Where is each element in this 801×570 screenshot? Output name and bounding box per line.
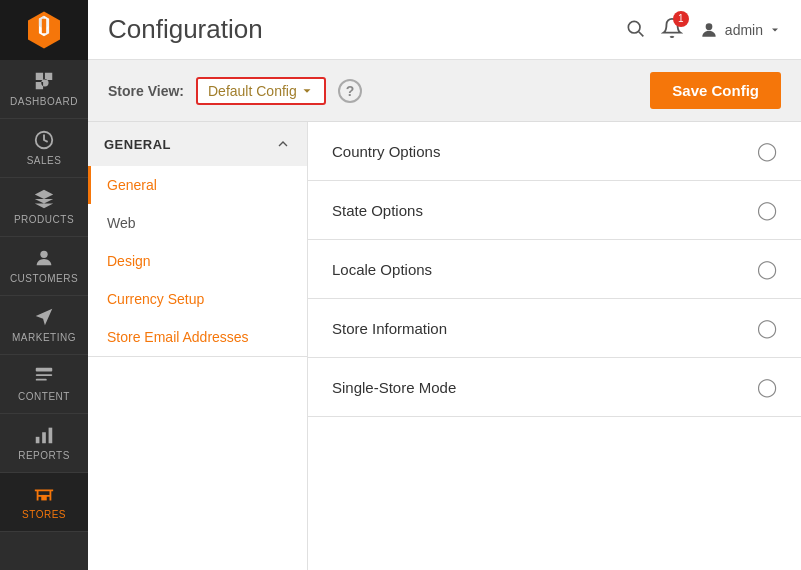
sidebar-item-sales-label: SALES	[27, 155, 62, 167]
chevron-down-icon-2: ◯	[757, 258, 777, 280]
svg-line-11	[639, 31, 644, 36]
sidebar-item-content[interactable]: CONTENT	[0, 355, 88, 414]
page-header: Configuration 1 admin	[88, 0, 801, 60]
sidebar-item-dashboard-label: DASHBOARD	[10, 96, 78, 108]
content-area: GENERAL General Web Design Currency Setu…	[88, 122, 801, 570]
chevron-down-icon-3: ◯	[757, 317, 777, 339]
chevron-down-icon-1: ◯	[757, 199, 777, 221]
store-view-value: Default Config	[208, 83, 297, 99]
config-section-country-options-title: Country Options	[332, 143, 440, 160]
products-icon	[33, 188, 55, 210]
svg-rect-6	[36, 437, 40, 443]
left-nav-item-store-email-label: Store Email Addresses	[107, 329, 249, 345]
sidebar-item-marketing[interactable]: MARKETING	[0, 296, 88, 355]
dashboard-icon	[33, 70, 55, 92]
left-nav-item-general-label: General	[107, 177, 157, 193]
save-config-button[interactable]: Save Config	[650, 72, 781, 109]
notification-button[interactable]: 1	[661, 17, 683, 43]
magento-logo-icon	[24, 10, 64, 50]
left-nav-item-design[interactable]: Design	[88, 242, 307, 280]
store-view-select[interactable]: Default Config	[196, 77, 326, 105]
config-section-country-options[interactable]: Country Options ◯	[308, 122, 801, 181]
left-nav-section-general: GENERAL General Web Design Currency Setu…	[88, 122, 307, 357]
sidebar-item-stores-label: STORES	[22, 509, 66, 521]
svg-rect-0	[42, 19, 46, 34]
svg-point-12	[706, 23, 713, 30]
section-collapse-icon	[275, 136, 291, 152]
user-icon	[699, 20, 719, 40]
customers-icon	[33, 247, 55, 269]
left-nav-item-web[interactable]: Web	[88, 204, 307, 242]
sidebar-item-products[interactable]: PRODUCTS	[0, 178, 88, 237]
stores-icon	[33, 483, 55, 505]
svg-point-2	[40, 251, 47, 258]
store-view-dropdown-icon	[300, 84, 314, 98]
config-section-store-information-title: Store Information	[332, 320, 447, 337]
svg-rect-5	[36, 379, 47, 381]
config-section-state-options[interactable]: State Options ◯	[308, 181, 801, 240]
sidebar-item-marketing-label: MARKETING	[12, 332, 76, 344]
config-section-locale-options-title: Locale Options	[332, 261, 432, 278]
content-icon	[33, 365, 55, 387]
sidebar-logo	[0, 0, 88, 60]
left-nav: GENERAL General Web Design Currency Setu…	[88, 122, 308, 570]
sidebar-item-dashboard[interactable]: DASHBOARD	[0, 60, 88, 119]
left-nav-section-general-label: GENERAL	[104, 137, 171, 152]
svg-rect-8	[49, 428, 53, 444]
svg-point-10	[628, 21, 640, 33]
sidebar-item-sales[interactable]: SALES	[0, 119, 88, 178]
sidebar-item-products-label: PRODUCTS	[14, 214, 74, 226]
sidebar-item-stores[interactable]: STORES	[0, 473, 88, 532]
config-section-store-information[interactable]: Store Information ◯	[308, 299, 801, 358]
left-nav-item-currency-setup[interactable]: Currency Setup	[88, 280, 307, 318]
store-view-wrapper: Store View: Default Config ?	[108, 77, 362, 105]
left-nav-item-currency-setup-label: Currency Setup	[107, 291, 204, 307]
svg-rect-9	[41, 495, 47, 501]
config-section-state-options-title: State Options	[332, 202, 423, 219]
right-panel: Country Options ◯ State Options ◯ Locale…	[308, 122, 801, 570]
search-icon	[625, 18, 645, 38]
svg-rect-7	[42, 432, 46, 443]
user-dropdown-icon	[769, 24, 781, 36]
sidebar-item-customers[interactable]: CUSTOMERS	[0, 237, 88, 296]
search-button[interactable]	[625, 18, 645, 42]
page-title: Configuration	[108, 14, 263, 45]
help-button[interactable]: ?	[338, 79, 362, 103]
chevron-down-icon-4: ◯	[757, 376, 777, 398]
left-nav-item-general[interactable]: General	[88, 166, 307, 204]
chevron-down-icon-0: ◯	[757, 140, 777, 162]
reports-icon	[33, 424, 55, 446]
sidebar: DASHBOARD SALES PRODUCTS CUSTOMERS MARKE…	[0, 0, 88, 570]
user-menu-button[interactable]: admin	[699, 20, 781, 40]
svg-rect-3	[36, 368, 53, 372]
main-area: Configuration 1 admin	[88, 0, 801, 570]
config-section-locale-options[interactable]: Locale Options ◯	[308, 240, 801, 299]
header-actions: 1 admin	[625, 17, 781, 43]
left-nav-section-general-header[interactable]: GENERAL	[88, 122, 307, 166]
sidebar-item-reports[interactable]: REPORTS	[0, 414, 88, 473]
config-section-single-store-mode-title: Single-Store Mode	[332, 379, 456, 396]
sidebar-item-customers-label: CUSTOMERS	[10, 273, 78, 285]
left-nav-item-web-label: Web	[107, 215, 136, 231]
left-nav-item-store-email[interactable]: Store Email Addresses	[88, 318, 307, 356]
left-nav-item-design-label: Design	[107, 253, 151, 269]
marketing-icon	[33, 306, 55, 328]
user-name-label: admin	[725, 22, 763, 38]
notification-badge: 1	[673, 11, 689, 27]
sidebar-item-reports-label: REPORTS	[18, 450, 70, 462]
store-view-label: Store View:	[108, 83, 184, 99]
svg-rect-4	[36, 374, 53, 376]
config-section-single-store-mode[interactable]: Single-Store Mode ◯	[308, 358, 801, 417]
toolbar: Store View: Default Config ? Save Config	[88, 60, 801, 122]
sales-icon	[33, 129, 55, 151]
sidebar-item-content-label: CONTENT	[18, 391, 70, 403]
